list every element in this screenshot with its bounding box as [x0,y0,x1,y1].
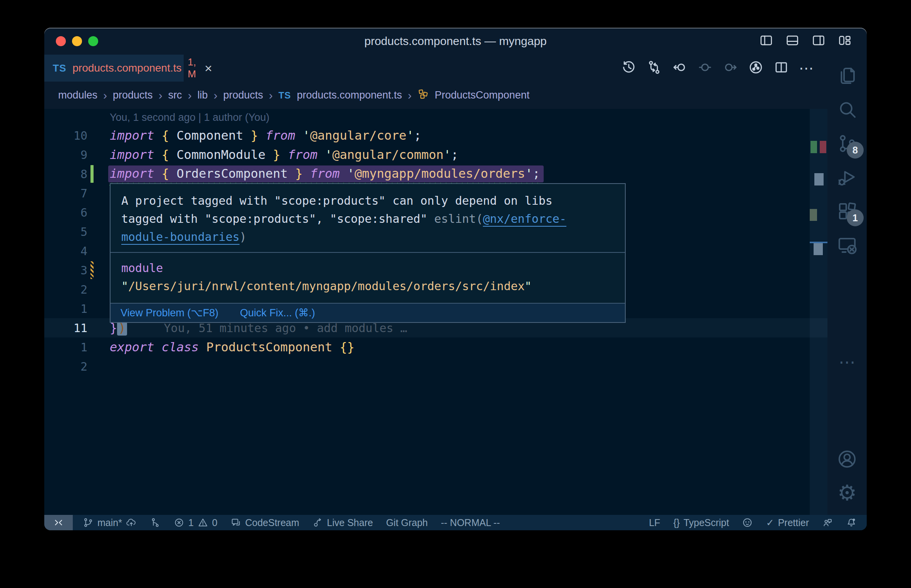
live-share-label: Live Share [327,517,373,528]
warning-icon [198,517,208,528]
remote-indicator[interactable] [44,515,73,530]
code-line[interactable]: 9import { CommonModule } from '@angular/… [44,145,827,164]
change-marker-icon[interactable] [697,60,713,77]
line-number: 3 [44,264,87,277]
code-token [332,340,340,354]
minimize-window-button[interactable] [72,36,82,46]
eol-label: LF [649,517,660,528]
remote-explorer-icon[interactable] [836,234,858,256]
live-share-status[interactable]: Live Share [312,517,373,528]
close-window-button[interactable] [56,36,66,46]
problems-status[interactable]: 1 0 [174,517,218,528]
error-text-line2: tagged with "scope:products", "scope:sha… [121,212,434,226]
timeline-history-icon[interactable] [621,60,636,77]
line-number: 4 [44,244,87,258]
commit-graph-icon[interactable] [748,60,764,77]
code-token: ' [325,147,332,162]
extensions-icon[interactable]: 1 [836,200,858,222]
typescript-file-icon: TS [278,90,291,101]
additional-views-icon[interactable]: ⋯ [836,351,858,373]
source-control-icon[interactable]: 8 [836,132,858,155]
compare-changes-icon[interactable] [646,60,662,77]
publish-cloud-icon [126,517,137,528]
code-token: ' [525,166,533,181]
search-icon[interactable] [836,99,858,121]
eol-status[interactable]: LF [649,517,660,528]
breadcrumb-symbol[interactable]: ProductsComponent [435,89,529,101]
code-editor[interactable]: You, 1 second ago | 1 author (You) 10imp… [44,109,827,515]
view-problem-action[interactable]: View Problem (⌥F8) [121,304,218,322]
language-mode-status[interactable]: {} TypeScript [673,517,729,528]
code-line[interactable]: 2 [44,357,827,376]
close-tab-icon[interactable]: × [204,62,212,75]
toggle-secondary-sidebar-icon[interactable] [811,33,826,49]
gitlens-graph-status[interactable] [150,517,161,528]
remote-icon [54,518,64,528]
code-token: ' [444,147,451,162]
customize-layout-icon[interactable] [837,33,852,49]
code-token: ' [407,128,414,143]
modified-change-gutter-bar [90,261,94,279]
prettier-status[interactable]: ✓ Prettier [766,517,809,528]
breadcrumb-item[interactable]: modules [58,89,97,101]
breadcrumb-file[interactable]: products.component.ts [297,89,402,101]
code-token [295,128,303,143]
split-editor-icon[interactable] [774,60,789,77]
eslint-rule-link[interactable]: module-boundaries [121,230,239,244]
codestream-status[interactable]: CodeStream [231,517,299,528]
prettier-label: Prettier [778,517,809,528]
quick-fix-action[interactable]: Quick Fix... (⌘.) [240,304,315,322]
quote: " [525,279,532,293]
tab-products-component[interactable]: TS products.component.ts 1, M × [44,55,184,82]
line-number: 9 [44,148,87,162]
toggle-primary-sidebar-icon[interactable] [759,33,774,49]
breadcrumb-item[interactable]: lib [198,89,208,101]
line-number: 1 [44,302,87,316]
git-blame-annotation: You, 1 second ago | 1 author (You) [110,109,827,126]
status-bar: main* 1 0 CodeStream Live Share Git Grap… [44,515,867,530]
settings-gear-icon[interactable]: ⚙ [836,482,858,504]
eslint-rule-link[interactable]: @nx/enforce- [483,212,566,226]
code-token [199,340,206,354]
commit-graph-icon [150,517,161,528]
code-line[interactable]: 8import { OrdersComponent } from '@mynga… [44,164,827,184]
breadcrumb-item[interactable]: products [113,89,153,101]
chevron-right-icon: › [214,89,218,102]
notifications-status[interactable] [846,517,857,528]
zoom-window-button[interactable] [88,36,98,46]
github-status[interactable] [742,517,753,528]
breadcrumb-item[interactable]: products [223,89,263,101]
code-text: export class ProductsComponent {} [110,340,355,354]
gutter-bar [90,357,94,375]
gutter-bar [90,184,94,202]
code-line[interactable]: 10import { Component } from '@angular/co… [44,126,827,145]
window-title: products.component.ts — myngapp [44,35,867,48]
title-bar[interactable]: products.component.ts — myngapp [44,28,867,55]
language-label: TypeScript [683,517,729,528]
breadcrumb-item[interactable]: src [168,89,182,101]
scrollbar[interactable] [810,109,827,515]
module-info-section: module "/Users/juri/nrwl/content/myngapp… [111,252,625,303]
eslint-source-label: ) [239,230,246,244]
git-branch-status[interactable]: main* [83,517,137,528]
toggle-panel-icon[interactable] [785,33,800,49]
run-debug-icon[interactable] [836,166,858,189]
error-highlight-selection: import { OrdersComponent } from '@myngap… [108,165,544,182]
symbol-class-icon [417,88,429,102]
code-token: ; [451,147,458,162]
previous-change-icon[interactable] [672,60,687,77]
chevron-right-icon: › [408,89,412,102]
explorer-icon[interactable] [836,65,858,87]
git-graph-status[interactable]: Git Graph [386,517,428,528]
code-token: import [110,166,162,181]
gutter-bar [90,338,94,356]
code-line[interactable]: 1export class ProductsComponent {} [44,337,827,357]
account-icon[interactable] [836,448,858,470]
next-change-icon[interactable] [723,60,738,77]
more-actions-icon[interactable]: ⋯ [799,60,814,77]
feedback-status[interactable] [822,517,833,528]
breadcrumb: modules › products › src › lib › product… [44,82,827,109]
code-token: from [310,166,340,181]
vim-mode-status[interactable]: -- NORMAL -- [441,517,500,528]
source-control-badge: 8 [847,142,864,159]
